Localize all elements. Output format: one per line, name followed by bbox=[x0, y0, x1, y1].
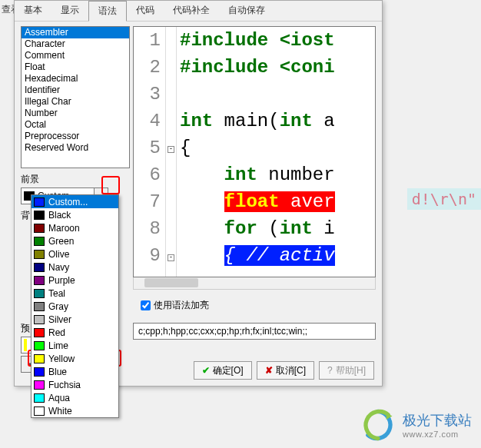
color-option[interactable]: Maroon bbox=[32, 221, 118, 234]
tab-completion[interactable]: 代码补全 bbox=[164, 1, 219, 21]
help-button[interactable]: ?帮助[H] bbox=[319, 361, 374, 380]
cancel-button[interactable]: ✘取消[C] bbox=[257, 361, 314, 380]
color-name: Fuchsia bbox=[48, 380, 81, 390]
color-name: Yellow bbox=[48, 353, 75, 364]
color-swatch bbox=[34, 289, 45, 298]
list-item[interactable]: Preprocessor bbox=[22, 131, 129, 142]
extensions-input[interactable] bbox=[133, 323, 376, 340]
color-swatch bbox=[34, 380, 45, 390]
list-item[interactable]: Octal bbox=[22, 119, 129, 131]
code-content: #include <iost#include <coniint main(int… bbox=[177, 27, 375, 277]
color-option[interactable]: Green bbox=[32, 234, 118, 247]
color-swatch bbox=[34, 302, 45, 311]
color-option[interactable]: Teal bbox=[32, 287, 118, 300]
list-item[interactable]: Identifier bbox=[22, 85, 129, 96]
check-icon: ✔ bbox=[202, 365, 210, 376]
color-swatch bbox=[34, 250, 45, 259]
list-item[interactable]: Hexadecimal bbox=[22, 73, 129, 85]
list-item[interactable]: Float bbox=[22, 61, 129, 73]
color-option[interactable]: Aqua bbox=[32, 391, 118, 404]
color-swatch bbox=[34, 393, 45, 403]
syntax-highlight-label: 使用语法加亮 bbox=[154, 299, 209, 312]
fold-icon[interactable]: - bbox=[168, 146, 174, 153]
ok-button[interactable]: ✔确定[O] bbox=[194, 361, 252, 380]
scroll-thumb[interactable] bbox=[144, 278, 198, 287]
list-item[interactable]: Character bbox=[22, 38, 129, 50]
bg-code-snippet: d!\r\n" bbox=[407, 188, 481, 210]
color-swatch bbox=[34, 367, 45, 377]
tab-autosave[interactable]: 自动保存 bbox=[219, 1, 274, 21]
token-listbox[interactable]: Assembler Character Comment Float Hexade… bbox=[21, 26, 130, 168]
color-swatch bbox=[34, 354, 45, 363]
color-option[interactable]: Lime bbox=[32, 339, 118, 352]
tab-display[interactable]: 显示 bbox=[51, 1, 88, 21]
color-name: Teal bbox=[48, 288, 65, 299]
footer-site-url: www.xz7.com bbox=[403, 430, 472, 439]
color-name: Lime bbox=[48, 340, 68, 351]
list-item[interactable]: Number bbox=[22, 108, 129, 119]
color-swatch bbox=[34, 197, 45, 207]
color-option[interactable]: Navy bbox=[32, 261, 118, 274]
color-name: Silver bbox=[48, 314, 71, 325]
color-option[interactable]: Silver bbox=[32, 313, 118, 326]
color-swatch bbox=[34, 407, 45, 416]
color-option[interactable]: Blue bbox=[32, 365, 118, 378]
color-name: Red bbox=[48, 327, 65, 338]
preview-bar bbox=[24, 339, 27, 351]
tab-basic[interactable]: 基本 bbox=[15, 1, 51, 21]
footer-site-name: 极光下载站 bbox=[403, 411, 472, 430]
color-option[interactable]: Olive bbox=[32, 247, 118, 261]
color-name: White bbox=[48, 406, 72, 416]
color-name: Custom... bbox=[48, 197, 88, 207]
color-dropdown-list[interactable]: Custom...BlackMaroonGreenOliveNavyPurple… bbox=[31, 194, 119, 418]
code-preview: 1 2 3 4 5 6 7 8 9 - - #include <iost#inc… bbox=[133, 26, 376, 277]
color-swatch bbox=[34, 211, 45, 220]
list-item[interactable]: Reserved Word bbox=[22, 142, 129, 154]
fold-column: - - bbox=[166, 27, 177, 277]
color-option[interactable]: Yellow bbox=[32, 352, 118, 365]
list-item[interactable]: Illegal Char bbox=[22, 96, 129, 108]
color-swatch bbox=[34, 276, 45, 285]
color-swatch bbox=[34, 341, 45, 350]
list-item[interactable]: Assembler bbox=[22, 27, 129, 38]
help-icon: ? bbox=[327, 365, 333, 376]
color-option[interactable]: White bbox=[32, 404, 118, 417]
fold-icon[interactable]: - bbox=[168, 254, 174, 261]
h-scrollbar[interactable] bbox=[133, 277, 376, 290]
color-name: Gray bbox=[48, 301, 68, 312]
list-item[interactable]: Comment bbox=[22, 50, 129, 61]
color-swatch bbox=[34, 224, 45, 233]
color-name: Olive bbox=[48, 249, 69, 260]
color-name: Aqua bbox=[48, 393, 70, 403]
color-option[interactable]: Gray bbox=[32, 300, 118, 313]
tab-code[interactable]: 代码 bbox=[127, 1, 164, 21]
color-name: Green bbox=[48, 236, 74, 247]
tab-bar: 基本 显示 语法 代码 代码补全 自动保存 bbox=[15, 1, 382, 22]
color-option[interactable]: Red bbox=[32, 326, 118, 339]
color-name: Maroon bbox=[48, 223, 80, 234]
color-swatch bbox=[34, 328, 45, 337]
color-name: Black bbox=[48, 210, 71, 221]
fg-label: 前景 bbox=[21, 173, 130, 186]
site-logo-icon bbox=[361, 408, 395, 442]
x-icon: ✘ bbox=[265, 365, 273, 376]
color-swatch bbox=[34, 315, 45, 324]
color-option[interactable]: Fuchsia bbox=[32, 378, 118, 391]
color-option[interactable]: Black bbox=[32, 208, 118, 221]
color-name: Purple bbox=[48, 275, 75, 286]
color-option[interactable]: Purple bbox=[32, 274, 118, 287]
tab-syntax[interactable]: 语法 bbox=[88, 1, 127, 22]
syntax-highlight-checkbox[interactable] bbox=[141, 300, 151, 310]
color-swatch bbox=[34, 263, 45, 272]
color-option[interactable]: Custom... bbox=[32, 195, 118, 208]
color-name: Navy bbox=[48, 262, 69, 273]
color-name: Blue bbox=[48, 367, 67, 377]
line-gutter: 1 2 3 4 5 6 7 8 9 bbox=[134, 27, 166, 277]
color-swatch bbox=[34, 237, 45, 246]
